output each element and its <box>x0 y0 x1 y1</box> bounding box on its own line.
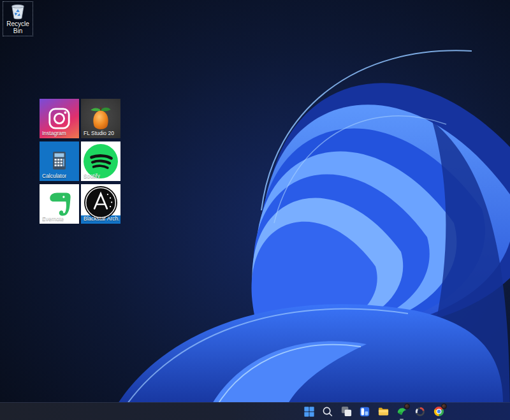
file-explorer-folder-icon <box>377 405 390 417</box>
tile-fl-studio[interactable]: FL Studio 20 <box>81 99 120 138</box>
tile-label: Calculator <box>42 173 66 179</box>
fl-studio-fruit-icon <box>86 103 115 134</box>
taskbar-search-button[interactable] <box>321 403 335 420</box>
task-view-icon <box>340 405 353 417</box>
calculator-icon <box>47 148 72 174</box>
tile-evernote[interactable]: Evernote <box>40 184 79 224</box>
taskbar-start-button[interactable] <box>302 403 316 420</box>
app-tile-grid: Instagram FL S <box>40 99 120 224</box>
tile-label: Evernote <box>42 215 64 222</box>
notification-badge <box>404 403 410 409</box>
tile-label: Spotify <box>84 173 100 179</box>
taskbar-file-explorer-button[interactable] <box>376 403 390 420</box>
taskbar-ring-app-button[interactable] <box>413 403 427 420</box>
tile-label: Blackstar Arch... <box>84 215 119 222</box>
taskbar-icon-row <box>302 403 446 420</box>
taskbar-widgets-button[interactable] <box>358 403 372 420</box>
taskbar-green-app-button[interactable] <box>395 403 409 420</box>
running-indicator <box>400 419 404 420</box>
tile-calculator[interactable]: Calculator <box>40 141 79 181</box>
evernote-elephant-icon <box>45 190 73 218</box>
recycle-bin-icon <box>9 3 27 20</box>
blackstar-circle-a-icon <box>84 185 118 220</box>
taskbar-chrome-button[interactable] <box>432 403 446 420</box>
ring-app-icon <box>414 406 426 417</box>
recycle-bin-label: Recycle Bin <box>3 20 33 34</box>
notification-badge <box>441 403 447 409</box>
tile-spotify[interactable]: Spotify <box>81 141 120 181</box>
taskbar <box>0 402 510 420</box>
tile-blackstar[interactable]: Blackstar Arch... <box>81 184 120 224</box>
running-indicator <box>437 419 441 420</box>
windows-start-icon <box>303 406 315 417</box>
desktop: Recycle Bin Instagram <box>0 0 510 420</box>
recycle-bin-shortcut[interactable]: Recycle Bin <box>3 1 33 36</box>
widgets-icon <box>359 406 370 417</box>
taskbar-task-view-button[interactable] <box>339 403 353 420</box>
tile-label: Instagram <box>42 130 66 136</box>
search-icon <box>322 406 333 417</box>
tile-label: FL Studio 20 <box>84 130 114 136</box>
tile-instagram[interactable]: Instagram <box>40 99 79 138</box>
